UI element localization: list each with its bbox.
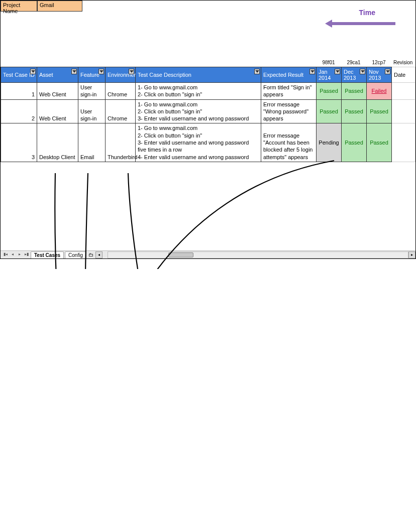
nav-last-icon[interactable]: ▸▮	[24, 252, 30, 258]
col-test-case-id[interactable]: Test Case ID	[1, 67, 37, 83]
filter-icon[interactable]	[129, 69, 134, 74]
filter-icon[interactable]	[335, 69, 340, 74]
filter-icon[interactable]	[254, 69, 260, 74]
nav-next-icon[interactable]: ▸	[17, 252, 23, 258]
nav-prev-icon[interactable]: ◂	[10, 252, 16, 258]
filter-icon[interactable]	[385, 69, 390, 74]
test-cases-sheet: Project Name Gmail Time 98f01 29ca1 12cp…	[0, 0, 416, 259]
result-cell[interactable]: Pending	[317, 123, 342, 162]
filter-icon[interactable]	[30, 69, 36, 74]
table-row[interactable]: 2Web ClientUser sign-inChrome1- Go to ww…	[1, 99, 415, 123]
result-cell[interactable]: Passed	[367, 99, 392, 123]
scroll-left-icon[interactable]: ◂	[95, 251, 102, 258]
table-header-row: Test Case ID Asset Feature Environment T…	[1, 67, 415, 83]
tab-test-cases[interactable]: Test Cases	[31, 251, 64, 258]
revision-code: 98f01	[316, 60, 341, 65]
project-name-value: Gmail	[37, 1, 82, 12]
filter-icon[interactable]	[98, 69, 104, 74]
filter-icon[interactable]	[71, 69, 77, 74]
result-cell[interactable]: Passed	[342, 99, 367, 123]
test-cases-table: Test Case ID Asset Feature Environment T…	[1, 67, 415, 162]
col-nov-2013[interactable]: Nov 2013	[367, 67, 392, 83]
col-date-label: Date	[392, 67, 415, 83]
col-feature[interactable]: Feature	[78, 67, 106, 83]
revision-label: Revision	[391, 60, 415, 65]
col-environment[interactable]: Environment	[106, 67, 136, 83]
revision-row: 98f01 29ca1 12cp7 Revision	[1, 60, 415, 65]
time-arrow-icon	[325, 21, 395, 27]
result-cell[interactable]: Failed	[367, 83, 392, 100]
scroll-right-icon[interactable]: ▸	[408, 251, 415, 258]
tab-config[interactable]: Config	[65, 251, 86, 258]
result-cell[interactable]: Passed	[342, 123, 367, 162]
horizontal-scrollbar[interactable]	[108, 251, 408, 258]
revision-code: 29ca1	[341, 60, 366, 65]
sheet-bottom-bar: ▮◂ ◂ ▸ ▸▮ Test Cases Config 🗀 ◂ ▸	[1, 250, 415, 258]
result-cell[interactable]: Passed	[317, 99, 342, 123]
time-label: Time	[359, 9, 375, 17]
table-row[interactable]: 3Desktop ClientEmailThunderbird1- Go to …	[1, 123, 415, 162]
result-cell[interactable]: Passed	[342, 83, 367, 100]
result-cell[interactable]: Passed	[367, 123, 392, 162]
filter-icon[interactable]	[360, 69, 365, 74]
col-description[interactable]: Test Case Description	[136, 67, 261, 83]
table-row[interactable]: 1Web ClientUser sign-inChrome1- Go to ww…	[1, 83, 415, 100]
revision-code: 12cp7	[366, 60, 391, 65]
filter-icon[interactable]	[309, 69, 315, 74]
project-name-label: Project Name	[1, 1, 37, 12]
nav-first-icon[interactable]: ▮◂	[3, 252, 9, 258]
sheet-overflow-icon[interactable]: 🗀	[88, 252, 93, 257]
col-dec-2013[interactable]: Dec 2013	[342, 67, 367, 83]
col-expected-result[interactable]: Expected Result	[261, 67, 317, 83]
result-cell[interactable]: Passed	[317, 83, 342, 100]
col-asset[interactable]: Asset	[37, 67, 78, 83]
col-jan-2014[interactable]: Jan 2014	[317, 67, 342, 83]
